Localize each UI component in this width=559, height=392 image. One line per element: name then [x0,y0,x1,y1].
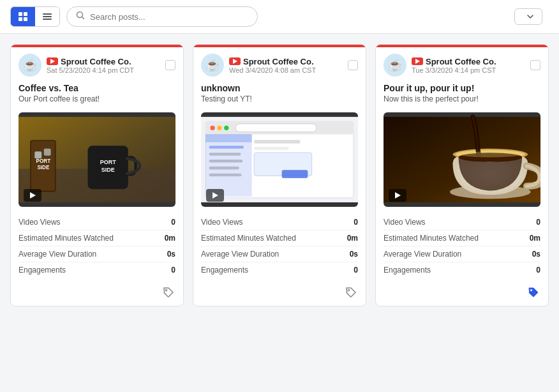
youtube-icon [229,57,241,65]
account-name-text: Sprout Coffee Co. [61,57,131,66]
timestamp: Wed 3/4/2020 4:08 am CST [229,66,343,74]
stat-row: Estimated Minutes Watched 0m [19,230,175,246]
card-3: ☕ Sprout Coffee Co. Tue 3/3/2020 4:14 pm… [375,44,549,306]
stat-value: 0s [532,250,540,259]
stat-label: Video Views [201,218,243,227]
stat-label: Estimated Minutes Watched [19,234,114,243]
svg-point-41 [348,289,349,290]
header-text: Sprout Coffee Co. Tue 3/3/2020 4:14 pm C… [412,57,525,74]
svg-text:PORT: PORT [100,159,117,165]
youtube-icon [47,57,58,65]
svg-rect-1 [24,12,27,16]
account-name-text: Sprout Coffee Co. [243,57,314,66]
stat-row: Average View Duration 0s [201,246,358,262]
stat-value: 0m [530,234,540,243]
stat-value: 0 [171,218,175,227]
svg-rect-2 [19,17,22,21]
svg-rect-40 [209,174,242,177]
svg-point-27 [217,126,221,130]
stat-value: 0m [347,234,358,243]
youtube-icon [412,57,423,65]
sort-dropdown[interactable] [514,8,542,25]
svg-rect-33 [254,147,288,150]
card-checkbox[interactable] [165,60,175,70]
stat-label: Average View Duration [201,250,279,259]
tag-icon-outline [163,287,174,298]
svg-rect-38 [209,160,242,163]
card-header: ☕ Sprout Coffee Co. Sat 5/23/2020 4:14 p… [11,47,183,83]
stat-label: Engagements [19,266,66,275]
card-footer [193,282,366,306]
post-title: Coffee vs. Tea [19,83,175,93]
account-name: Sprout Coffee Co. [412,57,525,66]
stat-label: Engagements [201,266,248,275]
header-text: Sprout Coffee Co. Wed 3/4/2020 4:08 am C… [229,57,343,74]
account-name: Sprout Coffee Co. [47,57,160,66]
svg-rect-36 [209,146,244,149]
post-text: Now this is the perfect pour! [384,94,540,103]
chevron-down-icon [526,13,534,20]
svg-rect-13 [34,151,41,158]
post-content: unknown Testing out YT! [193,83,366,109]
svg-rect-31 [205,134,251,142]
card-footer [376,282,548,306]
stat-label: Average View Duration [384,250,461,259]
stat-row: Engagements 0 [19,262,175,278]
stat-row: Video Views 0 [201,215,358,230]
tag-button[interactable] [526,285,540,299]
svg-rect-37 [209,153,241,156]
stat-label: Video Views [19,218,61,227]
stat-label: Average View Duration [19,250,96,259]
svg-rect-4 [43,13,52,15]
timestamp: Tue 3/3/2020 4:14 pm CST [412,66,525,74]
tag-button[interactable] [344,285,358,299]
card-2: ☕ Sprout Coffee Co. Wed 3/4/2020 4:08 am… [193,44,366,306]
card-checkbox[interactable] [348,60,358,70]
svg-point-48 [530,289,532,291]
stat-row: Video Views 0 [384,215,540,230]
stat-value: 0 [536,266,540,275]
card-checkbox[interactable] [530,60,540,70]
svg-rect-14 [44,149,51,156]
search-box [66,6,258,27]
video-play-badge [24,189,41,202]
topbar [0,0,559,34]
avatar: ☕ [384,54,406,77]
video-play-badge [206,189,224,202]
stat-value: 0 [354,266,358,275]
search-input[interactable] [90,12,248,22]
stat-row: Estimated Minutes Watched 0m [201,230,358,246]
list-view-button[interactable] [35,7,59,26]
stat-label: Estimated Minutes Watched [384,234,479,243]
post-content: Coffee vs. Tea Our Port coffee is great! [11,83,183,109]
avatar: ☕ [201,54,224,77]
svg-rect-6 [43,19,52,20]
svg-rect-30 [205,134,251,197]
card-header: ☕ Sprout Coffee Co. Wed 3/4/2020 4:08 am… [193,47,366,83]
stat-row: Engagements 0 [201,262,358,278]
account-name-text: Sprout Coffee Co. [426,57,496,66]
grid-view-button[interactable] [11,7,35,26]
svg-text:PORT: PORT [36,158,51,164]
stats-section: Video Views 0 Estimated Minutes Watched … [193,211,366,282]
svg-rect-29 [235,124,317,132]
tag-icon-filled [528,287,539,298]
svg-rect-39 [209,167,239,170]
svg-rect-32 [254,140,300,143]
avatar: ☕ [19,54,41,77]
post-text: Testing out YT! [201,94,358,103]
svg-point-21 [165,289,167,290]
stat-row: Average View Duration 0s [19,246,175,262]
svg-rect-5 [43,16,52,17]
svg-rect-3 [24,17,27,21]
svg-text:SIDE: SIDE [101,167,115,173]
card-footer [11,282,183,306]
stat-value: 0 [171,266,175,275]
thumbnail [384,112,540,207]
post-title: unknown [201,83,358,93]
tag-button[interactable] [161,285,175,299]
svg-point-26 [210,126,214,130]
timestamp: Sat 5/23/2020 4:14 pm CDT [47,66,160,74]
thumbnail: PORT SIDE PORT SIDE [19,112,175,207]
stat-value: 0m [165,234,175,243]
